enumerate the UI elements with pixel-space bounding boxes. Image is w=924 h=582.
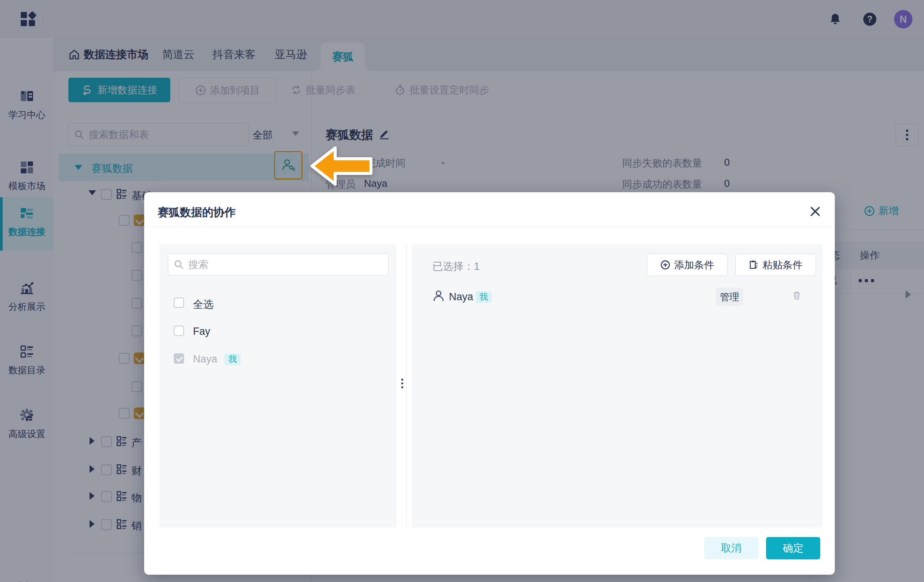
me-badge: 我 [224, 354, 241, 365]
person-icon [432, 289, 445, 302]
app-window: ? N 学习中心 模板市场 数据连接 [0, 0, 924, 582]
select-all-row[interactable]: 全选 [159, 294, 397, 313]
selected-members-panel: 已选择：1 添加条件 粘贴条件 [412, 244, 823, 527]
role-select[interactable]: 管理 [716, 288, 743, 306]
modal-header-divider [144, 227, 835, 227]
cancel-button[interactable]: 取消 [704, 537, 758, 559]
button-label: 粘贴条件 [763, 258, 803, 272]
button-label: 添加条件 [674, 258, 714, 272]
member-search-input[interactable] [188, 258, 383, 271]
add-condition-button[interactable]: 添加条件 [647, 254, 728, 276]
trash-icon[interactable] [791, 290, 803, 301]
modal-title: 赛狐数据的协作 [158, 205, 236, 220]
search-icon [174, 259, 184, 269]
annotation-arrow-left [307, 144, 375, 188]
paste-condition-button[interactable]: 粘贴条件 [735, 254, 816, 276]
paste-icon [749, 260, 759, 270]
member-checkbox-checked-disabled [174, 353, 184, 364]
member-name: Naya [193, 353, 217, 365]
button-label: 取消 [721, 541, 742, 555]
splitter-drag-handle-icon[interactable] [401, 377, 403, 390]
selected-member-name: Naya [449, 291, 473, 303]
member-search-box[interactable] [168, 253, 389, 276]
member-row-fay[interactable]: Fay [159, 322, 397, 341]
panel-splitter[interactable] [406, 244, 407, 527]
role-value: 管理 [720, 291, 739, 303]
button-label: 确定 [783, 541, 804, 555]
collaboration-modal: 赛狐数据的协作 全选 Fay Nay [144, 192, 835, 575]
close-icon[interactable] [808, 205, 822, 218]
select-all-checkbox[interactable] [174, 298, 184, 308]
member-row-naya[interactable]: Naya 我 [159, 349, 397, 369]
plus-circle-icon [660, 260, 670, 270]
member-name: Fay [193, 326, 210, 338]
selected-member-row[interactable]: Naya 我 管理 [412, 286, 823, 309]
selected-count-label: 已选择：1 [432, 259, 480, 273]
confirm-button[interactable]: 确定 [766, 537, 820, 559]
me-badge: 我 [475, 291, 492, 303]
select-all-label: 全选 [193, 298, 214, 311]
member-list-panel: 全选 Fay Naya 我 [159, 244, 397, 527]
member-checkbox[interactable] [174, 326, 184, 336]
